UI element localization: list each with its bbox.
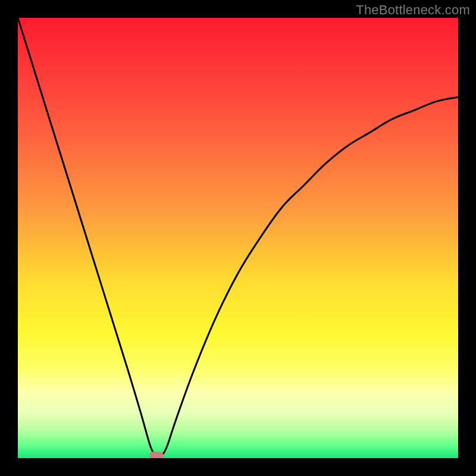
optimal-point-marker: [149, 452, 164, 458]
plot-area: [18, 18, 458, 458]
chart-frame: TheBottleneck.com: [0, 0, 476, 476]
attribution-text: TheBottleneck.com: [356, 2, 470, 18]
bottleneck-curve: [18, 18, 458, 458]
